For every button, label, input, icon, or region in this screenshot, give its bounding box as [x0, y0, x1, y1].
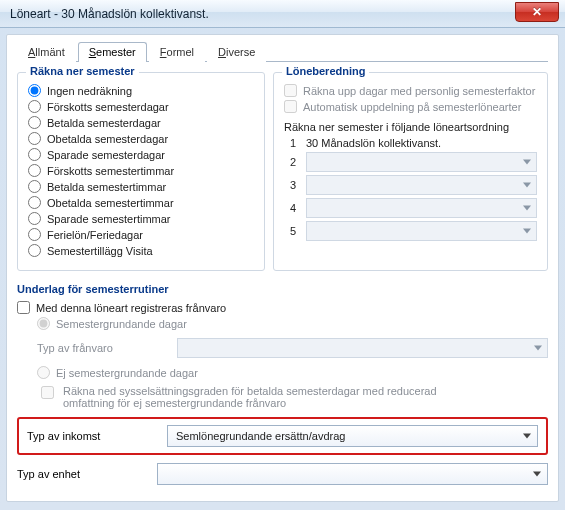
tab-diverse[interactable]: Diverse	[207, 42, 266, 62]
radio-semgr-dagar[interactable]: Semestergrundande dagar	[37, 317, 548, 330]
order-header: Räkna ner semester i följande löneartsor…	[284, 121, 537, 133]
tab-bar: Allmänt Semester Formel Diverse	[17, 41, 548, 62]
radio-ferielon[interactable]: Ferielön/Feriedagar	[28, 228, 254, 241]
radio-obetalda-dagar[interactable]: Obetalda semesterdagar	[28, 132, 254, 145]
close-icon: ✕	[532, 5, 542, 19]
radio-forskott-dagar[interactable]: Förskotts semesterdagar	[28, 100, 254, 113]
group-rakna-ner: Räkna ner semester Ingen nedräkning Förs…	[17, 72, 265, 271]
combo-typ-enhet[interactable]	[157, 463, 548, 485]
underlag-section: Underlag för semesterrutiner Med denna l…	[17, 283, 548, 485]
window-title: Löneart - 30 Månadslön kollektivanst.	[10, 7, 209, 21]
group-title-right: Löneberedning	[282, 65, 369, 77]
order-block: Räkna ner semester i följande löneartsor…	[284, 121, 537, 241]
radio-betalda-dagar[interactable]: Betalda semesterdagar	[28, 116, 254, 129]
lbl-typ-enhet: Typ av enhet	[17, 468, 147, 480]
row-typ-enhet: Typ av enhet	[17, 463, 548, 485]
order-row-1: 1 30 Månadslön kollektivanst.	[284, 137, 537, 149]
tab-formel[interactable]: Formel	[149, 42, 205, 62]
check-franvaro[interactable]: Med denna löneart registreras frånvaro	[17, 301, 548, 314]
lbl-typ-inkomst: Typ av inkomst	[27, 430, 157, 442]
order-combo-4[interactable]	[306, 198, 537, 218]
order-combo-5[interactable]	[306, 221, 537, 241]
order-row-2: 2	[284, 152, 537, 172]
order-combo-3[interactable]	[306, 175, 537, 195]
underlag-title: Underlag för semesterrutiner	[17, 283, 548, 295]
main-panel: Allmänt Semester Formel Diverse Räkna ne…	[6, 34, 559, 502]
order-row-5: 5	[284, 221, 537, 241]
tab-allmant[interactable]: Allmänt	[17, 42, 76, 62]
lbl-typ-franvaro: Typ av frånvaro	[37, 342, 167, 354]
radio-betalda-timmar[interactable]: Betalda semestertimmar	[28, 180, 254, 193]
order-row-3: 3	[284, 175, 537, 195]
radio-forskott-timmar[interactable]: Förskotts semestertimmar	[28, 164, 254, 177]
close-button[interactable]: ✕	[515, 2, 559, 22]
group-loneberedning: Löneberedning Räkna upp dagar med person…	[273, 72, 548, 271]
radio-ej-semgr[interactable]: Ej semestergrundande dagar	[37, 366, 548, 379]
check-syssel[interactable]: Räkna ned sysselsättningsgraden för beta…	[37, 385, 548, 409]
radio-sparade-timmar[interactable]: Sparade semestertimmar	[28, 212, 254, 225]
order-combo-2[interactable]	[306, 152, 537, 172]
group-title-left: Räkna ner semester	[26, 65, 139, 77]
radio-visita[interactable]: Semestertillägg Visita	[28, 244, 254, 257]
row-typ-franvaro: Typ av frånvaro	[37, 338, 548, 358]
tab-semester[interactable]: Semester	[78, 42, 147, 62]
order-row-4: 4	[284, 198, 537, 218]
combo-typ-franvaro[interactable]	[177, 338, 548, 358]
radio-obetalda-timmar[interactable]: Obetalda semestertimmar	[28, 196, 254, 209]
titlebar: Löneart - 30 Månadslön kollektivanst. ✕	[0, 0, 565, 28]
check-auto-uppdelning[interactable]: Automatisk uppdelning på semesterlöneart…	[284, 100, 537, 113]
combo-typ-inkomst[interactable]: Semlönegrundande ersättn/avdrag	[167, 425, 538, 447]
highlight-inkomst: Typ av inkomst Semlönegrundande ersättn/…	[17, 417, 548, 455]
radio-sparade-dagar[interactable]: Sparade semesterdagar	[28, 148, 254, 161]
radio-ingen[interactable]: Ingen nedräkning	[28, 84, 254, 97]
check-rakna-upp[interactable]: Räkna upp dagar med personlig semesterfa…	[284, 84, 537, 97]
